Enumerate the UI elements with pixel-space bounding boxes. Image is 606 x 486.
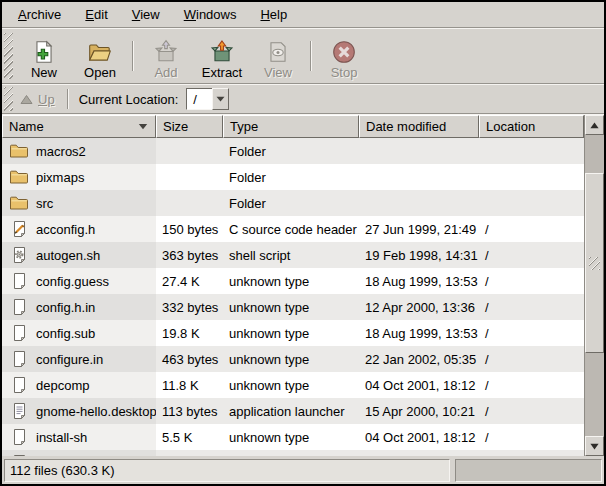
- menu-archive-label-rest: rchive: [27, 7, 62, 22]
- file-name: configure.in: [36, 352, 103, 367]
- cell-location: [479, 164, 584, 190]
- column-header-location[interactable]: Location: [479, 115, 584, 138]
- cell-date: [359, 164, 479, 190]
- cell-name: src: [2, 190, 156, 216]
- scroll-down-button[interactable]: [585, 436, 604, 456]
- cell-date: 12 Apr 2000, 13:36: [359, 294, 479, 320]
- unknown-document-icon: [9, 350, 29, 368]
- table-row[interactable]: srcFolder: [2, 190, 584, 216]
- open-button[interactable]: Open: [72, 32, 128, 80]
- menu-help-label-rest: elp: [270, 7, 287, 22]
- cell-date: 15 Apr 2000, 10:21: [359, 398, 479, 424]
- folder-icon: [9, 195, 29, 211]
- column-header-type[interactable]: Type: [223, 115, 359, 138]
- cell-type: application launcher: [223, 398, 359, 424]
- chevron-down-icon: [216, 96, 225, 102]
- cell-type: Folder: [223, 164, 359, 190]
- column-header-name-label: Name: [9, 119, 44, 134]
- table-row[interactable]: acconfig.h150 bytesC source code header2…: [2, 216, 584, 242]
- scrollbar-thumb[interactable]: [585, 173, 604, 353]
- view-button[interactable]: View: [250, 32, 306, 80]
- up-arrow-icon: [20, 94, 33, 105]
- unknown-document-icon: [9, 272, 29, 290]
- menu-view-label: V: [132, 7, 140, 22]
- add-button[interactable]: Add: [138, 32, 194, 80]
- view-button-label: View: [264, 66, 292, 80]
- up-button[interactable]: Up: [16, 90, 63, 109]
- table-row[interactable]: config.sub19.8 Kunknown type18 Aug 1999,…: [2, 320, 584, 346]
- folder-icon: [9, 143, 29, 159]
- up-button-label: Up: [38, 92, 55, 107]
- cell-size: 332 bytes: [156, 294, 223, 320]
- cell-size: 363 bytes: [156, 242, 223, 268]
- stop-button[interactable]: Stop: [316, 32, 372, 80]
- cell-date: 04 Oct 2001, 18:12: [359, 372, 479, 398]
- menu-help[interactable]: Help: [248, 4, 299, 25]
- menu-windows[interactable]: Windows: [172, 4, 249, 25]
- table-row[interactable]: configure.in463 bytesunknown type22 Jan …: [2, 346, 584, 372]
- table-row[interactable]: config.guess27.4 Kunknown type18 Aug 199…: [2, 268, 584, 294]
- menu-edit-label-rest: dit: [94, 7, 108, 22]
- table-row[interactable]: autogen.sh363 bytesshell script19 Feb 19…: [2, 242, 584, 268]
- column-header-date-modified[interactable]: Date modified: [359, 115, 479, 138]
- file-list: macros2FolderpixmapsFoldersrcFolderaccon…: [2, 138, 584, 456]
- view-file-icon: [265, 38, 291, 65]
- table-row[interactable]: install-sh5.5 Kunknown type04 Oct 2001, …: [2, 424, 584, 450]
- cell-date: 19 Feb 1998, 14:31: [359, 242, 479, 268]
- scroll-up-icon: [590, 122, 599, 129]
- table-row[interactable]: macros2Folder: [2, 138, 584, 164]
- stop-icon: [331, 38, 357, 65]
- cell-location: /: [479, 320, 584, 346]
- table-row[interactable]: config.h.in332 bytesunknown type12 Apr 2…: [2, 294, 584, 320]
- location-dropdown-button[interactable]: [212, 88, 229, 110]
- cell-size: 19.8 K: [156, 320, 223, 346]
- cell-name: autogen.sh: [2, 242, 156, 268]
- location-input[interactable]: /: [186, 88, 212, 110]
- cell-size: [156, 164, 223, 190]
- unknown-document-icon: [9, 376, 29, 394]
- toolbar-grip[interactable]: [4, 33, 13, 79]
- table-row[interactable]: gnome-hello.desktop113 bytesapplication …: [2, 398, 584, 424]
- file-name: config.guess: [36, 274, 109, 289]
- cell-location: /: [479, 268, 584, 294]
- menu-archive-label: A: [18, 7, 27, 22]
- cell-size: 5.5 K: [156, 424, 223, 450]
- location-bar-grip[interactable]: [4, 87, 13, 111]
- scroll-up-button[interactable]: [585, 115, 604, 135]
- cell-type: unknown type: [223, 372, 359, 398]
- new-button-label: New: [31, 66, 57, 80]
- extract-button[interactable]: Extract: [194, 32, 250, 80]
- scrollbar-thumb-grip: [589, 257, 600, 270]
- column-header-size[interactable]: Size: [156, 115, 223, 138]
- cell-name: install-sh: [2, 424, 156, 450]
- table-row[interactable]: pixmapsFolder: [2, 164, 584, 190]
- menu-view[interactable]: View: [120, 4, 172, 25]
- file-name: config.sub: [36, 326, 95, 341]
- open-button-label: Open: [84, 66, 116, 80]
- file-name: pixmaps: [36, 170, 84, 185]
- cell-name: gnome-hello.desktop: [2, 398, 156, 424]
- file-name: macros2: [36, 144, 86, 159]
- script-document-icon: [9, 246, 29, 264]
- cell-location: /: [479, 294, 584, 320]
- archive-manager-window: Archive Edit View Windows Help New Open …: [0, 0, 606, 486]
- scrollbar-trough[interactable]: [585, 135, 604, 436]
- file-name: gnome-hello.desktop: [36, 404, 156, 419]
- status-text: 112 files (630.3 K): [10, 463, 115, 478]
- cell-date: 04 Oct 2001, 18:12: [359, 424, 479, 450]
- c-header-document-icon: [9, 220, 29, 238]
- cell-type: unknown type: [223, 424, 359, 450]
- file-name: install-sh: [36, 430, 87, 445]
- table-row[interactable]: depcomp11.8 Kunknown type04 Oct 2001, 18…: [2, 372, 584, 398]
- location-value: /: [193, 92, 197, 107]
- file-name: src: [36, 196, 53, 211]
- new-button[interactable]: New: [16, 32, 72, 80]
- location-bar-separator: [67, 89, 69, 109]
- column-header-name[interactable]: Name: [2, 115, 156, 138]
- vertical-scrollbar[interactable]: [584, 115, 604, 456]
- menu-archive[interactable]: Archive: [6, 4, 73, 25]
- add-button-label: Add: [154, 66, 177, 80]
- menu-edit[interactable]: Edit: [73, 4, 119, 25]
- scroll-down-icon: [590, 443, 599, 450]
- column-header-location-label: Location: [486, 119, 535, 134]
